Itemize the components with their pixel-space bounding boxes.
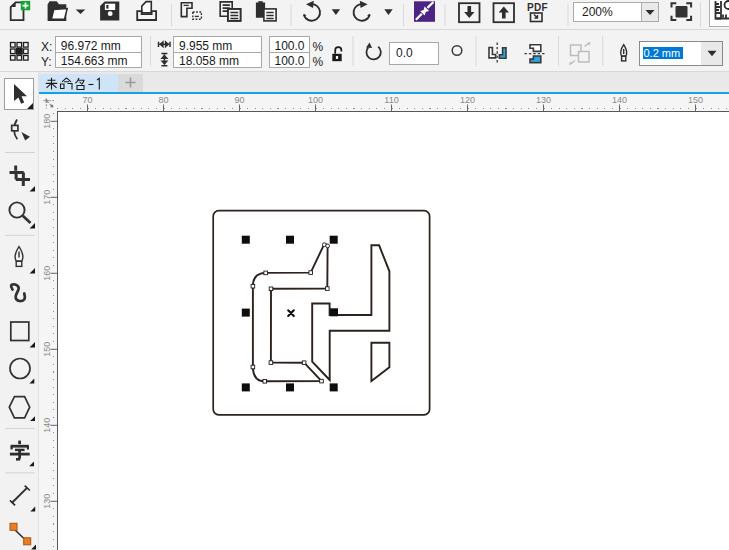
svg-text:140: 140 — [612, 95, 627, 105]
svg-text:110: 110 — [384, 95, 398, 105]
svg-text:100: 100 — [308, 95, 323, 105]
svg-text:150: 150 — [688, 95, 703, 105]
svg-text:90: 90 — [234, 95, 244, 105]
svg-text:120: 120 — [460, 95, 475, 105]
svg-text:PDF: PDF — [527, 2, 548, 13]
svg-text:80: 80 — [158, 95, 168, 105]
svg-text:130: 130 — [536, 95, 551, 105]
svg-text:70: 70 — [82, 95, 92, 105]
